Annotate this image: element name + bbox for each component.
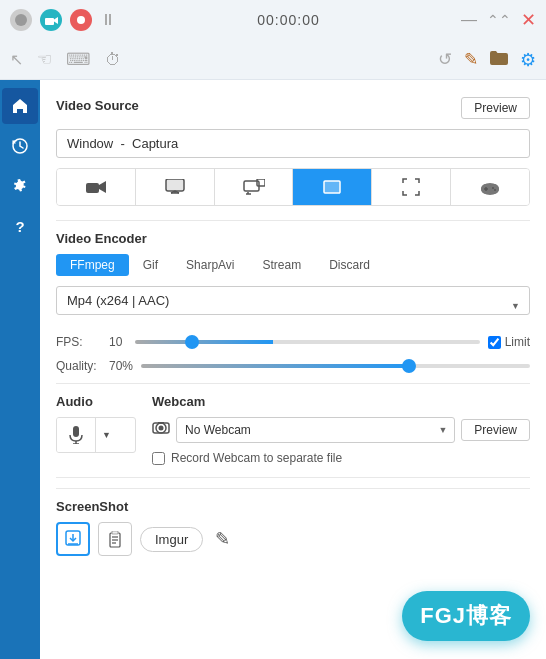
sidebar-item-history[interactable] (2, 128, 38, 164)
divider-1 (56, 220, 530, 221)
svg-rect-9 (166, 179, 184, 191)
video-preview-button[interactable]: Preview (461, 97, 530, 119)
limit-label: Limit (505, 335, 530, 349)
audio-section: Audio ▼ (56, 394, 136, 453)
minimize-button[interactable]: — (461, 11, 477, 29)
source-region-btn[interactable] (293, 169, 372, 205)
audio-dropdown-button[interactable]: ▼ (96, 418, 117, 452)
svg-point-24 (494, 189, 496, 191)
hand-icon[interactable]: ☜ (37, 49, 52, 70)
record-button[interactable] (70, 9, 92, 31)
svg-marker-7 (99, 181, 106, 193)
screenshot-edit-icon[interactable]: ✎ (215, 528, 230, 550)
webcam-record-checkbox[interactable] (152, 452, 165, 465)
sidebar: ? (0, 80, 40, 659)
titlebar-controls-right: — ⌃⌃ ✕ (461, 9, 536, 31)
quality-slider[interactable] (141, 364, 530, 368)
source-camera-btn[interactable] (57, 169, 136, 205)
video-source-input[interactable] (56, 129, 530, 158)
svg-rect-13 (257, 179, 265, 186)
titlebar: ⏸ 00:00:00 — ⌃⌃ ✕ (0, 0, 546, 40)
folder-icon[interactable] (490, 50, 508, 70)
source-monitor1-btn[interactable] (136, 169, 215, 205)
source-gamepad-btn[interactable] (451, 169, 529, 205)
video-source-label: Video Source (56, 98, 139, 113)
toolbar-left-icons: ↖ ☜ ⌨ ⏱ (10, 49, 121, 70)
sidebar-item-settings[interactable] (2, 168, 38, 204)
svg-point-23 (492, 187, 494, 189)
fps-label: FPS: (56, 335, 101, 349)
svg-rect-35 (112, 531, 118, 534)
svg-point-20 (489, 184, 499, 194)
webcam-camera-icon (152, 421, 170, 439)
svg-point-0 (15, 14, 27, 26)
webcam-label: Webcam (152, 394, 205, 409)
app-icon[interactable] (10, 9, 32, 31)
titlebar-controls-left: ⏸ (10, 9, 116, 31)
webcam-preview-button[interactable]: Preview (461, 419, 530, 441)
pause-button[interactable]: ⏸ (100, 11, 116, 29)
limit-checkbox[interactable] (488, 336, 501, 349)
fps-value: 10 (109, 335, 127, 349)
timer-icon[interactable]: ⏱ (105, 51, 121, 69)
webcam-select[interactable]: No Webcam (176, 417, 455, 443)
source-type-selector (56, 168, 530, 206)
video-encoder-label: Video Encoder (56, 231, 147, 246)
svg-rect-25 (73, 426, 79, 437)
webcam-record-row: Record Webcam to separate file (152, 451, 530, 465)
webcam-section: Webcam No Webcam (152, 394, 530, 465)
sidebar-item-help[interactable]: ? (2, 208, 38, 244)
codec-select[interactable]: Mp4 (x264 | AAC) (56, 286, 530, 315)
codec-select-wrapper: Mp4 (x264 | AAC) (56, 286, 530, 325)
svg-rect-17 (324, 181, 340, 193)
imgur-button[interactable]: Imgur (140, 527, 203, 552)
tab-stream[interactable]: Stream (249, 254, 316, 276)
fps-slider[interactable] (135, 340, 480, 344)
divider-3 (56, 477, 530, 478)
main-layout: ? Video Source Preview (0, 80, 546, 659)
close-button[interactable]: ✕ (521, 9, 536, 31)
tab-gif[interactable]: Gif (129, 254, 172, 276)
toolbar-right-icons: ↺ ✎ ⚙ (438, 49, 536, 71)
source-fullscreen-btn[interactable] (372, 169, 451, 205)
webcam-record-label: Record Webcam to separate file (171, 451, 342, 465)
sidebar-item-home[interactable] (2, 88, 38, 124)
content-area: Video Source Preview (40, 80, 546, 659)
timer-display: 00:00:00 (257, 12, 320, 28)
svg-rect-22 (484, 188, 488, 190)
audio-webcam-section: Audio ▼ Webcam (56, 394, 530, 465)
screenshot-controls: Imgur ✎ (56, 522, 530, 556)
tab-ffmpeg[interactable]: FFmpeg (56, 254, 129, 276)
audio-label: Audio (56, 394, 93, 409)
pen-icon[interactable]: ✎ (464, 49, 478, 70)
fps-row: FPS: 10 Limit (56, 335, 530, 349)
svg-point-3 (77, 16, 85, 24)
screenshot-save-button[interactable] (56, 522, 90, 556)
webcam-select-wrapper: No Webcam (176, 417, 455, 443)
tab-discard[interactable]: Discard (315, 254, 384, 276)
settings-icon[interactable]: ⚙ (520, 49, 536, 71)
audio-mic-button[interactable] (57, 418, 96, 452)
divider-2 (56, 383, 530, 384)
quality-row: Quality: 70% (56, 359, 530, 373)
svg-rect-6 (86, 183, 99, 193)
audio-controls: ▼ (56, 417, 136, 453)
quality-value: 70% (109, 359, 133, 373)
video-source-header: Video Source Preview (56, 94, 530, 121)
keyboard-icon[interactable]: ⌨ (66, 49, 91, 70)
refresh-icon[interactable]: ↺ (438, 49, 452, 70)
cursor-icon[interactable]: ↖ (10, 50, 23, 69)
svg-rect-1 (45, 18, 54, 25)
limit-checkbox-row: Limit (488, 335, 530, 349)
camera-button[interactable] (40, 9, 62, 31)
expand-button[interactable]: ⌃⌃ (487, 12, 511, 28)
screenshot-clipboard-button[interactable] (98, 522, 132, 556)
quality-label: Quality: (56, 359, 101, 373)
tab-sharpavi[interactable]: SharpAvi (172, 254, 248, 276)
svg-point-29 (159, 426, 164, 431)
source-monitor2-btn[interactable] (215, 169, 294, 205)
screenshot-label: ScreenShot (56, 499, 128, 514)
svg-marker-2 (54, 17, 58, 24)
screenshot-section: ScreenShot (56, 488, 530, 556)
webcam-controls-row: No Webcam Preview (152, 417, 530, 443)
